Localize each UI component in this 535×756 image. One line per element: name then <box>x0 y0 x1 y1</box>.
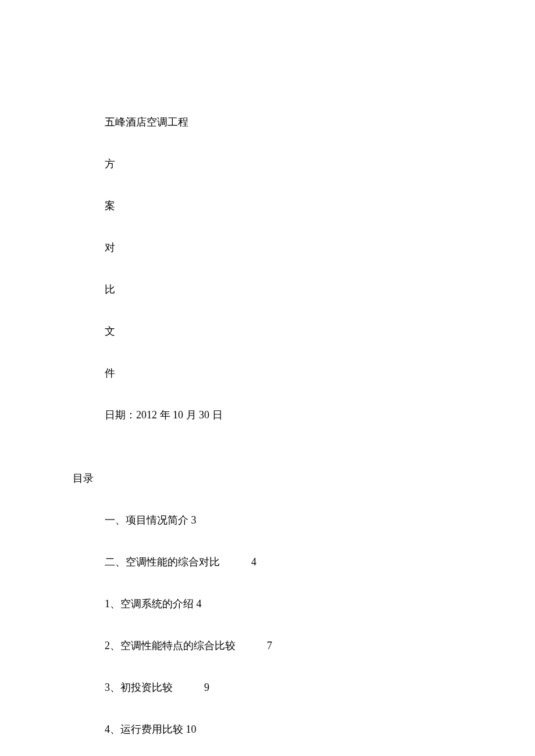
date-value: 2012 年 10 月 30 日 <box>136 409 223 421</box>
toc-header: 目录 <box>73 471 535 485</box>
toc-text-4: 2、空调性能特点的综合比较 <box>105 640 236 651</box>
toc-text-6: 4、运行费用比较 <box>105 723 183 735</box>
toc-text-2: 二、空调性能的综合对比 <box>105 556 220 568</box>
toc-text-5: 3、初投资比较 <box>105 682 173 693</box>
toc-item-4: 2、空调性能特点的综合比较7 <box>105 639 535 653</box>
toc-text-3: 1、空调系统的介绍 <box>105 598 194 610</box>
vertical-char-1: 案 <box>105 199 535 213</box>
toc-text-1: 一、项目情况简介 <box>105 514 188 526</box>
toc-item-3: 1、空调系统的介绍 4 <box>105 597 535 611</box>
vertical-char-5: 件 <box>105 366 535 380</box>
toc-pagenum-2: 4 <box>251 556 256 568</box>
toc-item-1: 一、项目情况简介 3 <box>105 513 535 527</box>
toc-item-6: 4、运行费用比较 10 <box>105 722 535 736</box>
toc-item-5: 3、初投资比较9 <box>105 680 535 694</box>
toc-pagenum-1: 3 <box>191 514 197 526</box>
toc-item-2: 二、空调性能的综合对比4 <box>105 555 535 569</box>
toc-pagenum-6: 10 <box>186 723 197 736</box>
toc-pagenum-4: 7 <box>267 640 272 652</box>
vertical-char-4: 文 <box>105 324 535 338</box>
vertical-char-3: 比 <box>105 282 535 296</box>
date-line: 日期：2012 年 10 月 30 日 <box>105 408 535 422</box>
date-label: 日期： <box>105 409 136 421</box>
document-content: 五峰酒店空调工程 方 案 对 比 文 件 日期：2012 年 10 月 30 日… <box>0 0 535 736</box>
project-title: 五峰酒店空调工程 <box>105 115 535 129</box>
toc-pagenum-3: 4 <box>197 598 202 610</box>
vertical-char-2: 对 <box>105 241 535 255</box>
toc-pagenum-5: 9 <box>204 682 209 694</box>
vertical-char-0: 方 <box>105 157 535 171</box>
